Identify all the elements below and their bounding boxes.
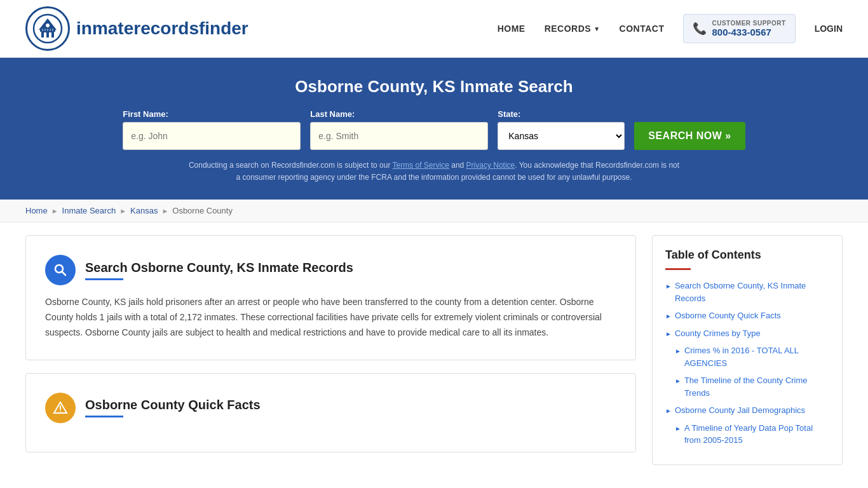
toc-item-1: ► Osborne County Quick Facts — [665, 309, 829, 322]
nav-login[interactable]: LOGIN — [815, 24, 843, 34]
main-content: Search Osborne County, KS Inmate Records… — [0, 222, 868, 478]
nav-home[interactable]: HOME — [498, 24, 526, 34]
search-records-body: Osborne County, KS jails hold prisoners … — [45, 295, 616, 340]
state-label: State: — [498, 109, 625, 119]
tos-link[interactable]: Terms of Service — [393, 161, 449, 170]
breadcrumb: Home ► Inmate Search ► Kansas ► Osborne … — [0, 200, 868, 222]
support-number: 800-433-0567 — [712, 27, 785, 37]
chevron-right-icon: ► — [665, 311, 672, 321]
toc-list: ► Search Osborne County, KS Inmate Recor… — [665, 280, 829, 447]
chevron-right-icon: ► — [675, 424, 681, 433]
quick-facts-header: Osborne County Quick Facts — [45, 393, 616, 423]
toc-item-6: ► A Timeline of Yearly Data Pop Total fr… — [675, 422, 829, 447]
toc-link-3[interactable]: ► Crimes % in 2016 - TOTAL ALL AGENCIES — [675, 344, 829, 369]
svg-point-16 — [60, 410, 61, 412]
search-banner-title: Osborne County, KS Inmate Search — [25, 77, 843, 97]
chevron-right-icon: ► — [665, 329, 672, 339]
chevron-right-icon: ► — [665, 281, 672, 291]
search-records-title: Search Osborne County, KS Inmate Records — [85, 261, 353, 275]
toc-link-0[interactable]: ► Search Osborne County, KS Inmate Recor… — [665, 280, 829, 304]
nav-contact[interactable]: CONTACT — [620, 24, 665, 34]
svg-rect-11 — [52, 29, 53, 31]
breadcrumb-state[interactable]: Kansas — [130, 206, 158, 215]
nav-records[interactable]: RECORDS ▼ — [545, 24, 600, 34]
phone-icon: 📞 — [693, 22, 707, 36]
logo-area: inmaterecordsfinder — [25, 6, 248, 51]
section-underline — [85, 278, 123, 280]
first-name-input[interactable] — [123, 122, 301, 150]
main-nav: HOME RECORDS ▼ CONTACT 📞 CUSTOMER SUPPOR… — [498, 14, 843, 43]
last-name-group: Last Name: — [310, 109, 488, 150]
logo-text: inmaterecordsfinder — [76, 18, 248, 39]
chevron-right-icon: ► — [675, 346, 681, 356]
chevron-down-icon: ▼ — [593, 25, 600, 32]
toc-item-4: ► The Timeline of the County Crime Trend… — [675, 374, 829, 399]
search-button[interactable]: SEARCH NOW » — [634, 122, 745, 150]
sidebar: Table of Contents ► Search Osborne Count… — [652, 235, 843, 465]
toc-card: Table of Contents ► Search Osborne Count… — [652, 235, 843, 465]
chevron-right-icon: ► — [665, 406, 672, 416]
toc-item-0: ► Search Osborne County, KS Inmate Recor… — [665, 280, 829, 304]
first-name-label: First Name: — [123, 109, 301, 119]
svg-rect-7 — [42, 29, 43, 31]
svg-point-6 — [46, 24, 50, 27]
svg-rect-4 — [44, 32, 46, 37]
toc-link-5[interactable]: ► Osborne County Jail Demographics — [665, 404, 829, 417]
toc-item-5: ► Osborne County Jail Demographics — [665, 404, 829, 417]
first-name-group: First Name: — [123, 109, 301, 150]
toc-link-2[interactable]: ► County Crimes by Type — [665, 327, 829, 340]
svg-rect-9 — [47, 29, 48, 31]
chevron-right-icon: ► — [675, 376, 681, 386]
svg-rect-5 — [49, 32, 51, 37]
toc-item-2: ► County Crimes by Type — [665, 327, 829, 340]
toc-title: Table of Contents — [665, 248, 829, 262]
svg-rect-8 — [44, 29, 46, 31]
search-records-header: Search Osborne County, KS Inmate Records — [45, 255, 616, 285]
breadcrumb-home[interactable]: Home — [25, 206, 48, 215]
site-header: inmaterecordsfinder HOME RECORDS ▼ CONTA… — [0, 0, 868, 58]
search-form: First Name: Last Name: State: Kansas SEA… — [25, 109, 843, 150]
privacy-link[interactable]: Privacy Notice — [466, 161, 515, 170]
search-records-card: Search Osborne County, KS Inmate Records… — [25, 235, 636, 360]
quick-facts-title: Osborne County Quick Facts — [85, 398, 261, 412]
toc-item-3: ► Crimes % in 2016 - TOTAL ALL AGENCIES — [675, 344, 829, 369]
warning-icon — [45, 393, 76, 423]
state-group: State: Kansas — [498, 109, 625, 150]
search-icon — [45, 255, 76, 285]
last-name-label: Last Name: — [310, 109, 488, 119]
svg-rect-1 — [41, 31, 54, 37]
state-select[interactable]: Kansas — [498, 122, 625, 150]
toc-underline — [665, 268, 691, 270]
toc-link-1[interactable]: ► Osborne County Quick Facts — [665, 309, 829, 322]
breadcrumb-sep-1: ► — [51, 207, 58, 215]
breadcrumb-inmate-search[interactable]: Inmate Search — [62, 206, 116, 215]
breadcrumb-sep-2: ► — [119, 207, 126, 215]
quick-facts-underline — [85, 416, 123, 417]
logo-icon — [25, 6, 70, 51]
search-banner: Osborne County, KS Inmate Search First N… — [0, 58, 868, 200]
disclaimer-text: Conducting a search on Recordsfinder.com… — [186, 159, 682, 184]
breadcrumb-county: Osborne County — [172, 206, 233, 215]
content-area: Search Osborne County, KS Inmate Records… — [25, 235, 636, 464]
toc-link-6[interactable]: ► A Timeline of Yearly Data Pop Total fr… — [675, 422, 829, 447]
svg-rect-10 — [50, 29, 51, 31]
svg-line-13 — [62, 272, 66, 276]
breadcrumb-sep-3: ► — [161, 207, 168, 215]
quick-facts-card: Osborne County Quick Facts — [25, 373, 636, 452]
support-label: CUSTOMER SUPPORT — [712, 20, 785, 27]
support-box: 📞 CUSTOMER SUPPORT 800-433-0567 — [683, 14, 795, 43]
last-name-input[interactable] — [310, 122, 488, 150]
toc-link-4[interactable]: ► The Timeline of the County Crime Trend… — [675, 374, 829, 399]
